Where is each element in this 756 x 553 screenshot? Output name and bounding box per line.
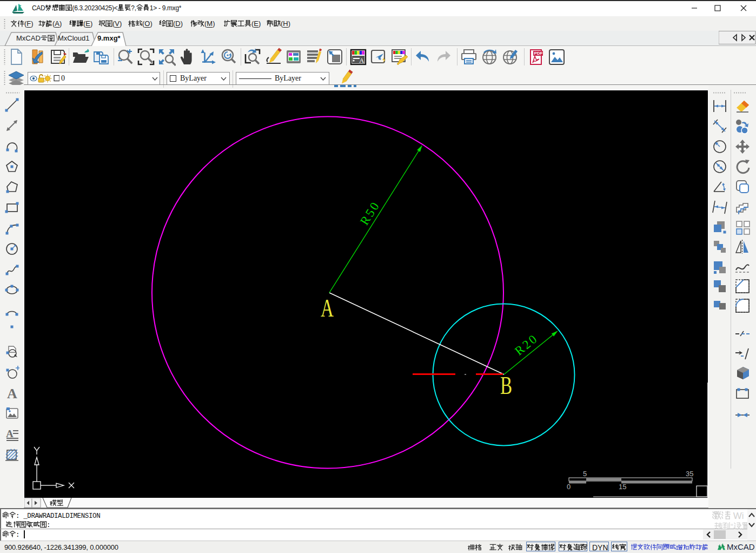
svg-text:35: 35 — [686, 470, 693, 478]
svg-text:0: 0 — [567, 483, 571, 491]
svg-text:15: 15 — [619, 483, 626, 491]
svg-text:A: A — [321, 294, 334, 322]
svg-text:5: 5 — [583, 470, 587, 478]
svg-text:PDF: PDF — [534, 51, 543, 56]
svg-text:B: B — [500, 372, 512, 400]
svg-text:A: A — [6, 428, 14, 439]
svg-text:A: A — [359, 56, 364, 64]
svg-text:A: A — [7, 386, 17, 400]
